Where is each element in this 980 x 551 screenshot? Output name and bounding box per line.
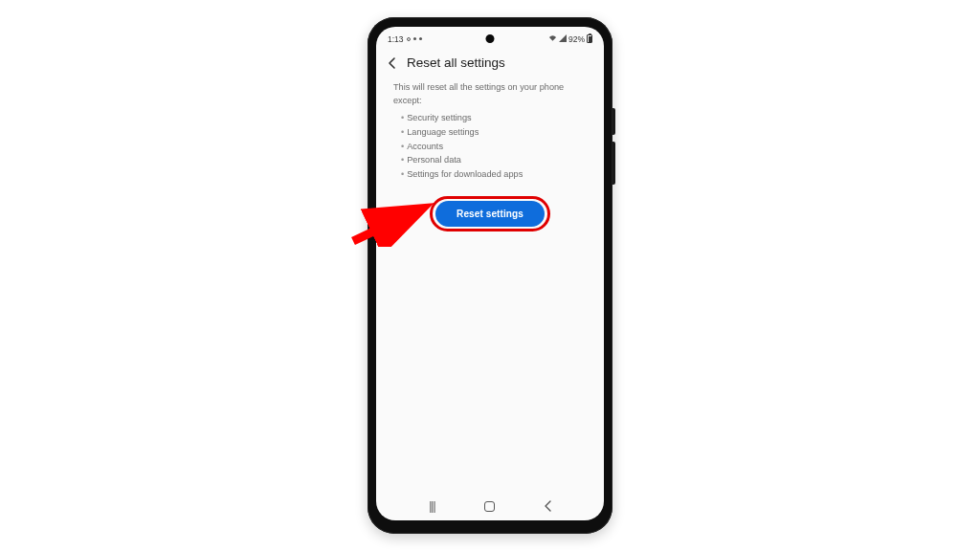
status-time: 1:13 — [388, 34, 404, 44]
page-content: This will reset all the settings on your… — [376, 79, 604, 231]
battery-icon — [587, 34, 592, 43]
status-indicator-icon — [419, 37, 422, 40]
nav-recents-button[interactable]: ||| — [417, 496, 446, 516]
front-camera-hole — [486, 34, 495, 43]
phone-side-button — [612, 108, 615, 135]
phone-screen: 1:13 92% Reset all settings — [376, 27, 604, 520]
list-item: •Settings for downloaded apps — [401, 168, 587, 183]
list-item: •Accounts — [401, 140, 587, 154]
status-indicator-icon — [407, 37, 411, 41]
exception-list: •Security settings •Language settings •A… — [393, 112, 587, 183]
phone-side-button — [612, 142, 615, 185]
nav-back-button[interactable] — [534, 496, 563, 516]
status-indicator-icon — [413, 37, 416, 40]
page-header: Reset all settings — [376, 48, 604, 79]
phone-device-frame: 1:13 92% Reset all settings — [368, 17, 612, 534]
page-title: Reset all settings — [407, 55, 505, 70]
signal-icon — [559, 34, 567, 44]
list-item: •Language settings — [401, 125, 587, 140]
nav-home-button[interactable] — [476, 496, 504, 516]
back-button[interactable] — [386, 56, 399, 70]
intro-text: This will reset all the settings on your… — [393, 81, 587, 108]
wifi-icon — [548, 34, 557, 44]
android-nav-bar: ||| — [376, 496, 604, 520]
reset-settings-button[interactable]: Reset settings — [435, 201, 545, 227]
list-item: •Security settings — [401, 112, 587, 126]
battery-percent: 92% — [568, 34, 585, 44]
tutorial-highlight-ring: Reset settings — [430, 196, 550, 231]
list-item: •Personal data — [401, 154, 587, 168]
